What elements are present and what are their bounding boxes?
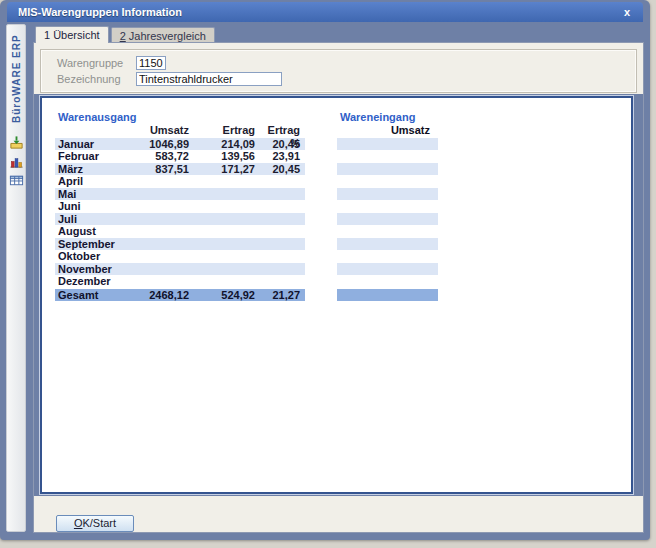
month-cell: Oktober (55, 250, 127, 263)
window-content: BüroWARE ERP (6, 22, 644, 532)
tab-jahresvergleich[interactable]: 2 Jahresvergleich (111, 27, 215, 43)
warenausgang-title: Warenausgang (58, 111, 305, 124)
table-icon[interactable] (9, 173, 24, 188)
ertrag-pct-cell (255, 175, 305, 188)
sidebar-toolbar: BüroWARE ERP (6, 24, 26, 532)
umsatz-cell (127, 225, 189, 238)
empty-row-bar (337, 188, 438, 201)
empty-row-bar (337, 250, 438, 263)
empty-row-bar (337, 263, 438, 276)
bezeichnung-field-row: Bezeichnung (57, 71, 628, 86)
empty-row-bar (337, 213, 438, 226)
tab-uebersicht-label: 1 Übersicht (44, 29, 100, 41)
ertrag-cell (189, 200, 255, 213)
empty-row-bar (337, 225, 438, 238)
warengruppe-input[interactable] (136, 56, 166, 70)
table-row: November (55, 263, 305, 276)
month-cell: November (55, 263, 127, 276)
screen: MIS-Warengruppen Information x BüroWARE … (0, 0, 656, 548)
umsatz-cell (127, 213, 189, 226)
ertrag-pct-cell (255, 263, 305, 276)
total-ertrag: 524,92 (189, 289, 255, 302)
ertrag-cell (189, 225, 255, 238)
tab-uebersicht[interactable]: 1 Übersicht (35, 26, 109, 43)
month-cell: September (55, 238, 127, 251)
empty-row-bar (337, 275, 438, 288)
month-cell: Dezember (55, 275, 127, 288)
warenausgang-section: Warenausgang Umsatz Ertrag Ertrag % (55, 111, 305, 301)
month-cell: Mai (55, 188, 127, 201)
month-cell: Januar (55, 138, 127, 151)
report-panel-frame: Warenausgang Umsatz Ertrag Ertrag % (34, 94, 643, 496)
ertrag-cell (189, 263, 255, 276)
empty-row-bar (337, 150, 438, 163)
umsatz-cell (127, 263, 189, 276)
empty-row-bar (337, 138, 438, 151)
wareneingang-section: Wareneingang Umsatz (337, 111, 438, 301)
sidebar-icons (9, 135, 24, 188)
bezeichnung-input[interactable] (136, 72, 282, 86)
import-icon[interactable] (9, 135, 24, 150)
titlebar: MIS-Warengruppen Information x (7, 2, 643, 22)
table-row: Juli (55, 213, 305, 226)
ertrag-cell (189, 275, 255, 288)
month-cell: Juni (55, 200, 127, 213)
ertrag-pct-cell (255, 225, 305, 238)
close-icon[interactable]: x (620, 6, 634, 19)
total-umsatz: 2468,12 (127, 289, 189, 302)
mis-warengruppen-window: MIS-Warengruppen Information x BüroWARE … (0, 0, 650, 540)
ertrag-cell (189, 213, 255, 226)
ertrag-pct-cell (255, 188, 305, 201)
month-cell: Februar (55, 150, 127, 163)
month-cell: März (55, 163, 127, 176)
ertrag-cell: 214,09 (189, 138, 255, 151)
table-row: Juni (55, 200, 305, 213)
table-row: März 837,51 171,27 20,45 (55, 163, 305, 176)
table-row: Mai (55, 188, 305, 201)
wareneingang-col-header-umsatz: Umsatz (337, 124, 438, 137)
ertrag-pct-cell (255, 238, 305, 251)
umsatz-cell (127, 275, 189, 288)
window-title: MIS-Warengruppen Information (18, 6, 182, 18)
bezeichnung-label: Bezeichnung (57, 73, 136, 85)
wareneingang-rows (337, 138, 438, 288)
empty-row-bar (337, 200, 438, 213)
ertrag-pct-cell: 20,45 (255, 163, 305, 176)
header-fields-groupbox: Warengruppe Bezeichnung (40, 49, 637, 93)
ertrag-cell: 171,27 (189, 163, 255, 176)
month-cell: August (55, 225, 127, 238)
umsatz-cell: 837,51 (127, 163, 189, 176)
umsatz-cell (127, 188, 189, 201)
chart-icon[interactable] (9, 154, 24, 169)
total-row: Gesamt 2468,12 524,92 21,27 (55, 289, 305, 302)
ertrag-cell (189, 175, 255, 188)
warenausgang-header-row: Umsatz Ertrag Ertrag % (55, 124, 305, 137)
wareneingang-total-bar (337, 289, 438, 302)
table-row: Februar 583,72 139,56 23,91 (55, 150, 305, 163)
tab-bar: 1 Übersicht 2 Jahresvergleich (33, 26, 644, 43)
footer-bar: OK/Start (34, 496, 643, 532)
table-row: Januar 1046,89 214,09 20,45 (55, 138, 305, 151)
warengruppe-label: Warengruppe (57, 57, 136, 69)
table-row: Dezember (55, 275, 305, 288)
ertrag-pct-cell (255, 200, 305, 213)
warengruppe-field-row: Warengruppe (57, 55, 628, 70)
tab-jahresvergleich-label: Jahresvergleich (126, 30, 206, 42)
tab-page-uebersicht: Warengruppe Bezeichnung Warena (33, 42, 644, 533)
total-ertrag-pct: 21,27 (255, 289, 305, 302)
ok-start-label: K/Start (82, 517, 116, 529)
table-row: April (55, 175, 305, 188)
ertrag-pct-cell: 20,45 (255, 138, 305, 151)
brand-vertical-label: BüroWARE ERP (11, 31, 22, 123)
umsatz-cell (127, 200, 189, 213)
empty-row-bar (337, 175, 438, 188)
table-row: September (55, 238, 305, 251)
umsatz-cell: 583,72 (127, 150, 189, 163)
empty-row-bar (337, 163, 438, 176)
month-cell: Juli (55, 213, 127, 226)
umsatz-cell (127, 175, 189, 188)
umsatz-cell (127, 238, 189, 251)
ok-start-button[interactable]: OK/Start (56, 515, 134, 532)
ertrag-pct-cell: 23,91 (255, 150, 305, 163)
umsatz-cell (127, 250, 189, 263)
